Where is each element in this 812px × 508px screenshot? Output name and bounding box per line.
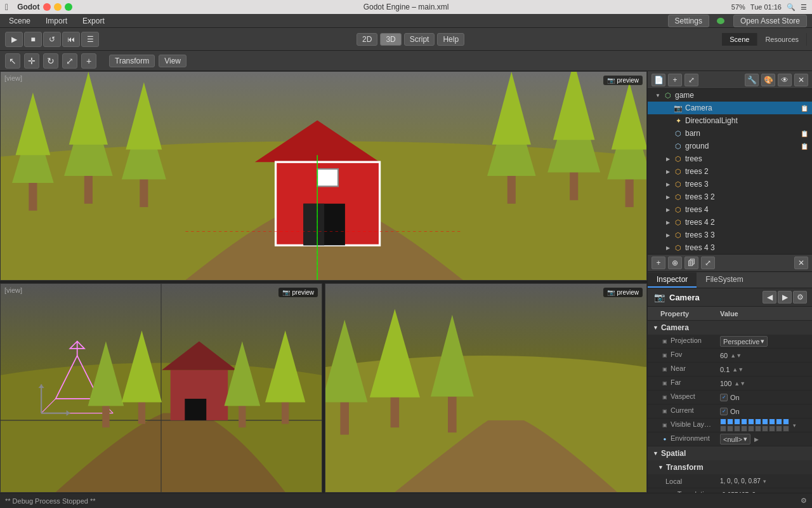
layer-7[interactable] <box>762 418 768 425</box>
layer-16[interactable] <box>755 425 761 432</box>
minimize-button[interactable] <box>54 3 62 11</box>
layer-17[interactable] <box>762 425 768 432</box>
menu-scene[interactable]: Scene <box>5 15 34 27</box>
layer-5[interactable] <box>748 418 754 425</box>
layer-10[interactable] <box>783 418 789 425</box>
tree-item-directionallight[interactable]: ▶ ✦ DirectionalLight <box>648 114 812 127</box>
mode-3d[interactable]: 3D <box>380 33 401 46</box>
layer-11[interactable] <box>720 425 726 432</box>
vaspect-checkbox[interactable]: ✓ <box>720 394 728 401</box>
scene-close-button[interactable]: ✕ <box>794 74 808 86</box>
inspector-tabs: Inspector FileSystem <box>648 272 812 288</box>
menu-icon[interactable]: ☰ <box>801 3 807 11</box>
mode-help[interactable]: Help <box>437 33 464 46</box>
tree-item-trees2[interactable]: ▶ ⬡ trees 2 <box>648 165 812 178</box>
current-checkbox[interactable]: ✓ <box>720 408 728 415</box>
layer-6[interactable] <box>755 418 761 425</box>
layer-19[interactable] <box>776 425 782 432</box>
move-tool[interactable]: ✛ <box>24 53 39 69</box>
tree-arrow-trees4: ▶ <box>663 204 673 215</box>
layer-18[interactable] <box>769 425 775 432</box>
status-icon[interactable]: ⚙ <box>801 497 807 505</box>
tree-item-trees33[interactable]: ▶ ⬡ trees 3 3 <box>648 229 812 241</box>
environment-action-btn[interactable]: ▶ <box>754 436 759 443</box>
tree-item-trees[interactable]: ▶ ⬡ trees <box>648 152 812 165</box>
tree-item-ground[interactable]: ▶ ⬡ ground 📋 <box>648 140 812 152</box>
svg-rect-23 <box>625 176 634 207</box>
layer-12[interactable] <box>727 425 733 432</box>
projection-chevron: ▾ <box>761 337 764 345</box>
tab-filesystem[interactable]: FileSystem <box>697 272 752 288</box>
tree-item-trees4[interactable]: ▶ ⬡ trees 4 <box>648 203 812 216</box>
transform-button[interactable]: Transform <box>109 55 155 67</box>
layer-9[interactable] <box>776 418 782 425</box>
tree-item-trees42[interactable]: ▶ ⬡ trees 4 2 <box>648 216 812 229</box>
environment-dropdown[interactable]: <null> ▾ <box>720 434 750 444</box>
translation-stepper[interactable]: ▾ <box>760 492 763 493</box>
layers-expand[interactable]: ▾ <box>793 422 796 429</box>
tree-item-barn[interactable]: ▶ ⬡ barn 📋 <box>648 127 812 140</box>
tab-resources[interactable]: Resources <box>757 33 807 46</box>
menu-export[interactable]: Export <box>79 15 108 27</box>
trees2-icon: ⬡ <box>673 166 683 177</box>
layer-1[interactable] <box>720 418 726 425</box>
scene-settings-button[interactable]: 🔧 <box>745 74 759 86</box>
layer-15[interactable] <box>748 425 754 432</box>
projection-dropdown[interactable]: Perspective ▾ <box>720 336 768 347</box>
open-asset-store-button[interactable]: Open Asset Store <box>733 15 807 27</box>
layer-8[interactable] <box>769 418 775 425</box>
mode-script[interactable]: Script <box>404 33 435 46</box>
move-up-button[interactable]: ⤢ <box>701 257 715 269</box>
layer-20[interactable] <box>783 425 789 432</box>
fov-stepper[interactable]: ▲▼ <box>730 352 742 359</box>
delete-node-button[interactable]: ✕ <box>794 257 808 269</box>
inspector-settings-button[interactable]: ⚙ <box>793 291 807 304</box>
add-instance-button[interactable]: ⊕ <box>668 257 682 269</box>
layer-4[interactable] <box>741 418 747 425</box>
duplicate-button[interactable]: 🗐 <box>684 257 698 269</box>
layer-3[interactable] <box>734 418 740 425</box>
far-stepper[interactable]: ▲▼ <box>734 380 745 387</box>
close-button[interactable] <box>43 3 51 11</box>
tree-arrow-trees42: ▶ <box>663 217 673 227</box>
mode-2d[interactable]: 2D <box>357 33 377 46</box>
settings-button[interactable]: Settings <box>668 15 709 27</box>
menu-import[interactable]: Import <box>42 15 71 27</box>
local-stepper[interactable]: ▾ <box>763 478 766 485</box>
stop-button[interactable]: ■ <box>24 32 42 47</box>
local-transform-value: 1, 0, 0, 0, 0.87 <box>720 478 761 485</box>
tab-scene[interactable]: Scene <box>722 33 757 46</box>
near-stepper[interactable]: ▲▼ <box>732 366 743 373</box>
bottom-left-scene-svg <box>1 284 322 492</box>
scene-view-button[interactable]: 👁 <box>778 74 792 86</box>
tree-item-camera[interactable]: ▶ 📷 Camera 📋 <box>648 102 812 114</box>
view-button[interactable]: View <box>159 55 187 67</box>
rotate-tool[interactable]: ↻ <box>43 53 58 69</box>
maximize-button[interactable] <box>65 3 72 11</box>
scale-tool[interactable]: ⤢ <box>62 53 77 69</box>
instance-button[interactable]: ⤢ <box>684 74 698 86</box>
play-button[interactable]: ▶ <box>5 32 23 47</box>
inspector-next-button[interactable]: ▶ <box>778 291 792 304</box>
traffic-lights[interactable] <box>43 3 72 11</box>
loop-button[interactable]: ↺ <box>43 32 61 47</box>
select-tool[interactable]: ↖ <box>5 53 20 69</box>
tab-inspector[interactable]: Inspector <box>648 272 697 288</box>
add-tool[interactable]: + <box>81 53 96 69</box>
add-child-button[interactable]: + <box>652 257 665 269</box>
add-node-button[interactable]: + <box>668 74 682 86</box>
scene-filter-button[interactable]: 🎨 <box>761 74 775 86</box>
layer-2[interactable] <box>727 418 733 425</box>
search-icon[interactable]: 🔍 <box>787 3 796 11</box>
tree-item-trees32[interactable]: ▶ ⬡ trees 3 2 <box>648 190 812 203</box>
layer-14[interactable] <box>741 425 747 432</box>
layers-grid[interactable] <box>720 418 789 432</box>
new-scene-button[interactable]: 📄 <box>652 74 665 86</box>
menu-button[interactable]: ☰ <box>81 32 99 47</box>
inspector-prev-button[interactable]: ◀ <box>763 291 776 304</box>
tree-item-trees43[interactable]: ▶ ⬡ trees 4 3 <box>648 241 812 254</box>
tree-item-trees3[interactable]: ▶ ⬡ trees 3 <box>648 178 812 190</box>
tree-item-game[interactable]: ▼ ⬡ game <box>648 89 812 102</box>
rewind-button[interactable]: ⏮ <box>62 32 80 47</box>
layer-13[interactable] <box>734 425 740 432</box>
